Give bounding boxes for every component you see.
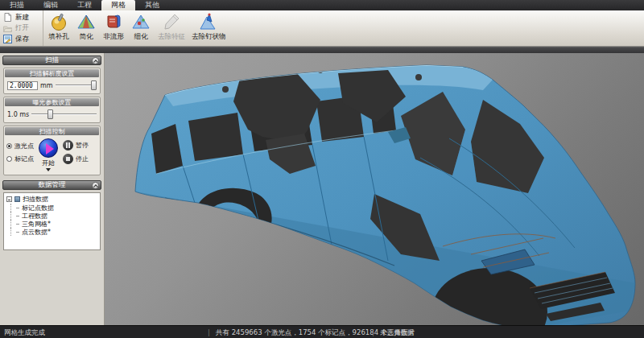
exposure-header: 曝光参数设置: [5, 98, 99, 106]
resolution-groupbox: 扫描解析度设置 mm: [3, 68, 101, 94]
data-panel-collapse-button[interactable]: [92, 182, 99, 189]
manifold-button[interactable]: 非流形: [100, 11, 127, 45]
data-panel-header: 数据管理: [2, 180, 101, 190]
resolution-slider[interactable]: [56, 80, 97, 90]
refine-label: 细化: [134, 32, 148, 42]
marker-point-label: 标记点: [14, 155, 34, 163]
simplify-label: 简化: [80, 32, 93, 42]
fill-holes-button[interactable]: 填补孔: [45, 11, 72, 45]
open-button[interactable]: 打开: [3, 23, 39, 34]
manifold-icon: [104, 12, 123, 31]
tab-other[interactable]: 其他: [135, 0, 169, 10]
file-button-column: 新建 打开 保存: [0, 10, 43, 46]
tree-root-scan-data[interactable]: 扫描数据: [6, 195, 100, 204]
pause-label: 暂停: [76, 141, 89, 150]
scan-mode-radios: 激光点 标记点: [6, 138, 34, 171]
pause-stop-column: 暂停 停止: [63, 138, 89, 171]
exposure-value: 1.0 ms: [7, 111, 29, 118]
fill-holes-icon: [49, 12, 68, 31]
simplify-button[interactable]: 简化: [72, 11, 100, 45]
tree-item-marker-data[interactable]: 标记点数据: [10, 204, 100, 212]
marker-point-radio[interactable]: 标记点: [6, 155, 34, 163]
resolution-slider-handle[interactable]: [91, 80, 97, 90]
tab-edit[interactable]: 编辑: [34, 0, 68, 10]
status-message: 网格生成完成: [4, 328, 45, 338]
save-label: 保存: [15, 35, 29, 44]
save-icon: [3, 35, 12, 43]
refine-icon: [131, 12, 151, 31]
scan-control-groupbox: 扫描控制 激光点 标记点 开始: [3, 126, 101, 175]
resolution-unit: mm: [40, 82, 53, 89]
pause-icon: [63, 140, 73, 150]
pause-button[interactable]: 暂停: [63, 140, 89, 150]
scan-control-header: 扫描控制: [5, 127, 99, 135]
tab-mesh[interactable]: 网格: [101, 0, 135, 10]
remove-spikes-label: 去除钉状物: [192, 32, 226, 42]
tree-item-point-cloud[interactable]: 点云数据*: [10, 228, 100, 236]
tree-item-label: 点云数据*: [22, 228, 51, 237]
manifold-label: 非流形: [103, 32, 124, 42]
scan-data-icon: [14, 196, 20, 202]
open-folder-icon: [3, 24, 12, 33]
resolution-header: 扫描解析度设置: [5, 69, 99, 77]
data-panel-title: 数据管理: [39, 180, 66, 190]
remove-spikes-button[interactable]: 去除钉状物: [188, 11, 229, 45]
radio-dot-icon: [6, 156, 12, 162]
start-label: 开始: [42, 159, 55, 167]
menu-bar: 扫描 编辑 工程 网格 其他: [0, 0, 644, 10]
start-scan-button[interactable]: [39, 138, 58, 158]
resolution-input[interactable]: [7, 81, 38, 90]
open-label: 打开: [15, 23, 29, 33]
stop-icon: [63, 154, 73, 164]
3d-viewport[interactable]: [105, 53, 644, 325]
application-window: 扫描 编辑 工程 网格 其他 新建 打开: [0, 0, 644, 338]
ribbon-toolbar: 新建 打开 保存: [0, 10, 644, 47]
status-divider: |: [372, 328, 374, 336]
scan-panel-collapse-button[interactable]: [92, 57, 99, 64]
scan-panel-title: 扫描: [45, 56, 59, 65]
data-tree: 扫描数据 标记点数据 工程数据 三角网格* 点云数据*: [3, 192, 101, 250]
start-dropdown-arrow-icon[interactable]: [46, 168, 51, 171]
exposure-slider[interactable]: [31, 109, 97, 119]
refine-button[interactable]: 细化: [127, 11, 155, 45]
remove-feature-icon: [162, 12, 181, 31]
status-bar: 网格生成完成 | 共有 2459663 个激光点，1754 个标记点，92618…: [0, 325, 644, 338]
new-label: 新建: [15, 13, 29, 23]
save-button[interactable]: 保存: [3, 34, 39, 44]
left-panel: 扫描 扫描解析度设置 mm 曝光参数设置 1.0 ms: [0, 53, 105, 325]
exposure-slider-handle[interactable]: [47, 109, 53, 119]
scan-panel-header: 扫描: [2, 56, 101, 65]
tree-expander-icon[interactable]: [6, 196, 12, 202]
exposure-groupbox: 曝光参数设置 1.0 ms: [3, 97, 101, 123]
tree-item-project-data[interactable]: 工程数据: [10, 212, 100, 220]
remove-feature-label: 去除特征: [158, 32, 185, 42]
new-file-icon: [3, 13, 12, 22]
laser-point-label: 激光点: [14, 142, 34, 150]
laser-point-radio[interactable]: 激光点: [6, 142, 34, 150]
tab-project[interactable]: 工程: [68, 0, 101, 10]
simplify-icon: [76, 12, 96, 31]
remove-spikes-icon: [199, 12, 218, 31]
status-divider: |: [208, 328, 210, 336]
remove-feature-button[interactable]: 去除特征: [155, 11, 188, 45]
stop-label: 停止: [76, 155, 89, 163]
tree-item-triangle-mesh[interactable]: 三角网格*: [10, 220, 100, 228]
exposure-slider-track: [31, 113, 97, 115]
status-selection: 未选择数据: [380, 328, 415, 338]
radio-dot-icon: [6, 143, 12, 149]
toolbar-divider-strip: [0, 47, 644, 53]
tree-root-label: 扫描数据: [23, 195, 48, 204]
new-button[interactable]: 新建: [3, 12, 39, 23]
mesh-tools-group: 填补孔 简化 非流形: [43, 10, 231, 46]
fill-holes-label: 填补孔: [48, 32, 69, 42]
car-scan-mesh: [105, 53, 644, 325]
stop-button[interactable]: 停止: [63, 154, 89, 164]
tab-scan[interactable]: 扫描: [0, 0, 34, 10]
